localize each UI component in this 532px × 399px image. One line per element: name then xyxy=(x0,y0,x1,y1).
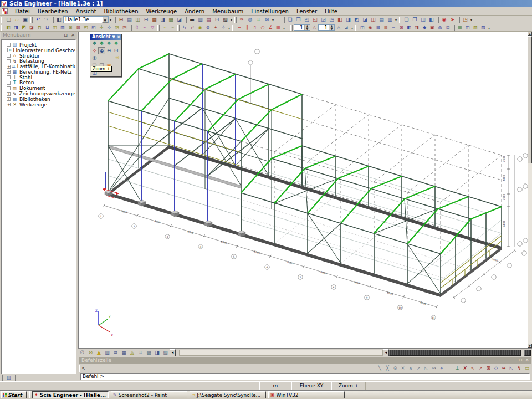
toolbar-grip[interactable] xyxy=(130,25,132,31)
menu-item[interactable]: Bearbeiten xyxy=(34,7,72,16)
view-icon[interactable]: ◳ xyxy=(328,16,336,24)
rect-icon[interactable]: ▯ xyxy=(251,24,259,31)
layer-icon[interactable]: ◫ xyxy=(464,24,472,31)
line-icon[interactable]: ─ xyxy=(236,24,243,31)
expand-icon[interactable] xyxy=(7,54,11,58)
task-wintv[interactable]: ▣WinTV32 xyxy=(268,391,345,398)
beam-icon[interactable]: ◲ xyxy=(113,24,121,31)
beam-icon[interactable]: ⊞ xyxy=(66,24,74,31)
select-icon[interactable]: ≡ xyxy=(390,24,397,31)
shade-icon[interactable]: ▩ xyxy=(145,349,153,356)
snap-icon[interactable]: ▭ xyxy=(523,365,531,372)
connect-icon[interactable]: ⇄ xyxy=(188,24,196,31)
section-icon[interactable]: ▥ xyxy=(103,349,111,356)
open-icon[interactable]: ▱ xyxy=(13,16,21,24)
toolbar-icon[interactable]: ◫ xyxy=(134,16,142,24)
spinner-arrows-icon[interactable]: ▲▼ xyxy=(329,25,334,30)
view-icon[interactable]: ◪ xyxy=(361,16,369,24)
node-icon[interactable]: ∞ xyxy=(168,24,176,31)
start-button[interactable]: Start xyxy=(1,391,27,398)
toolbar-grip[interactable] xyxy=(399,17,401,23)
select-icon[interactable]: ◆ xyxy=(421,24,428,31)
angle-icon[interactable]: ∠ xyxy=(267,24,274,31)
zoom-all-icon[interactable]: ◎ xyxy=(91,54,98,62)
combobox-arrow-icon[interactable]: ▼ xyxy=(102,17,108,23)
view-icon[interactable]: ◫ xyxy=(369,16,377,24)
snap-icon[interactable]: ◇ xyxy=(492,365,500,372)
tree-item-berechnung[interactable]: + ▦ Berechnung, FE-Netz xyxy=(5,69,75,75)
dropdown-caret[interactable]: ▾ xyxy=(227,26,231,30)
beam-icon[interactable]: ▥ xyxy=(59,24,66,31)
beam-icon[interactable]: ◨ xyxy=(12,24,20,31)
window-icon[interactable]: ◧ xyxy=(427,16,436,24)
undo-icon[interactable]: ↶ xyxy=(34,16,42,24)
toolbar-icon[interactable]: ▩ xyxy=(167,16,175,24)
plane-icon[interactable]: ⊿ xyxy=(342,24,350,31)
toolbar-icon[interactable]: ▦ xyxy=(150,16,158,24)
horizontal-scroll-thumb2[interactable] xyxy=(524,350,531,356)
params-icon[interactable]: ◨ xyxy=(153,349,161,356)
level-icon[interactable]: ◬ xyxy=(310,24,318,31)
dropdown-caret[interactable]: ▾ xyxy=(469,18,473,22)
dropdown-caret[interactable]: ▾ xyxy=(487,26,491,30)
horizontal-scroll-track[interactable] xyxy=(179,350,383,356)
dropdown-caret[interactable]: ▾ xyxy=(271,18,275,22)
expand-icon[interactable]: + xyxy=(7,92,11,96)
select-icon[interactable]: ⊞ xyxy=(374,24,382,31)
snap-icon[interactable]: ⊠ xyxy=(484,365,492,372)
menu-item[interactable]: Ändern xyxy=(181,7,208,16)
toolbar-grip[interactable] xyxy=(232,25,234,31)
select-cursor-icon[interactable]: ↖ xyxy=(79,365,88,372)
beam-icon[interactable]: ⊔ xyxy=(43,24,51,31)
toolbar-icon[interactable]: ✑ xyxy=(238,16,246,24)
toolbar-grip[interactable] xyxy=(283,17,285,23)
view-icon[interactable]: ▤ xyxy=(377,16,386,24)
select-icon[interactable]: ⊟ xyxy=(382,24,390,31)
render-toggle-icon[interactable]: ⊘ xyxy=(86,349,95,356)
snap-icon[interactable]: ⌖ xyxy=(438,365,446,372)
menu-item[interactable]: Ansicht xyxy=(72,7,100,16)
beam-icon[interactable]: ◪ xyxy=(28,24,35,31)
view-front-icon[interactable]: ❖ xyxy=(98,40,105,47)
view-toolbar-caption[interactable]: Ansicht ▼ ✕ xyxy=(90,34,121,40)
snap-icon[interactable]: ∧ xyxy=(407,365,415,372)
load-icon[interactable]: ▽ xyxy=(149,24,156,31)
surface-icon[interactable]: ▲ xyxy=(95,349,103,356)
menu-item[interactable]: Hilfe xyxy=(321,7,341,16)
tree-item-dokument[interactable]: ▥ Dokument xyxy=(5,85,75,91)
scroll-left-icon[interactable]: ◂ xyxy=(383,349,389,356)
preview-icon[interactable]: ▥ xyxy=(196,16,204,24)
beam-icon[interactable]: ◱ xyxy=(90,24,98,31)
expand-icon[interactable] xyxy=(7,43,11,47)
snap-icon[interactable]: ⊥ xyxy=(453,365,461,372)
menu-item[interactable]: Menübaum xyxy=(208,7,247,16)
axis-icon[interactable]: ⊹ xyxy=(91,47,98,54)
snap-icon[interactable]: ✕ xyxy=(399,365,407,372)
view-top-icon[interactable]: ❖ xyxy=(112,40,120,47)
horizontal-scroll-thumb[interactable] xyxy=(389,350,521,356)
task-explorer[interactable]: ▱J:\Seagate Sync\SyncRe... xyxy=(190,391,266,398)
select-icon[interactable]: ◫ xyxy=(359,24,366,31)
view-icon[interactable]: ◨ xyxy=(344,16,352,24)
dropdown-caret[interactable]: ▾ xyxy=(282,26,286,30)
view-icon[interactable]: ❐ xyxy=(294,16,303,24)
tree-item-stahl[interactable]: I Stahl xyxy=(5,75,75,80)
toolbar-grip[interactable] xyxy=(290,25,293,31)
print-icon[interactable]: ▬ xyxy=(188,16,196,24)
dropdown-caret[interactable]: ▾ xyxy=(109,18,112,22)
connect-icon[interactable]: ⇆ xyxy=(181,24,188,31)
select-icon[interactable]: ⊡ xyxy=(444,24,452,31)
loads-icon[interactable]: ≋ xyxy=(111,349,120,356)
view-icon[interactable]: ◱ xyxy=(311,16,319,24)
strip-collapse-icon[interactable]: ◂ xyxy=(170,349,176,356)
window-icon[interactable]: ◫ xyxy=(419,16,427,24)
toolbar-grip[interactable] xyxy=(1,17,3,23)
scroll-down-icon[interactable]: ▼ xyxy=(528,344,532,348)
toolbar-icon[interactable]: ◍ xyxy=(246,16,254,24)
close-icon[interactable]: ✕ xyxy=(117,34,120,40)
more-icon[interactable]: ▨ xyxy=(161,349,170,356)
view-icon[interactable]: ◩ xyxy=(352,16,361,24)
vertical-scroll-thumb[interactable] xyxy=(528,36,532,163)
level-icon[interactable]: ◬ xyxy=(335,24,342,31)
export-icon[interactable]: ⊡ xyxy=(213,16,221,24)
